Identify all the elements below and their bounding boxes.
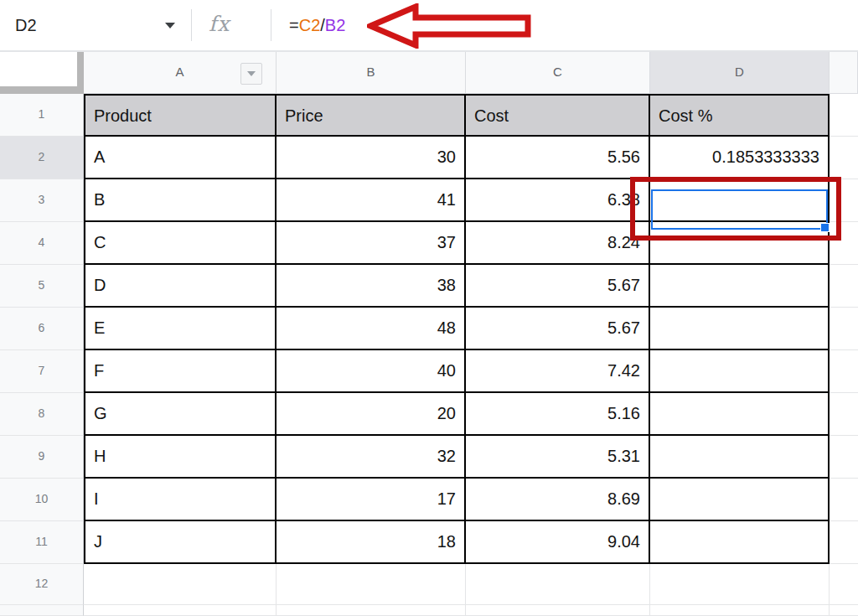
cell-C10[interactable]: 8.69: [466, 479, 650, 521]
column-header-B[interactable]: B: [277, 52, 466, 94]
cell-D2[interactable]: 0.1853333333: [650, 137, 830, 179]
sheet-grid: 129.0418J118.6917I105.3132H95.1620G87.42…: [0, 52, 858, 616]
cell-B11[interactable]: 18: [277, 521, 466, 564]
cell-A10[interactable]: I: [84, 479, 277, 521]
cell-E11[interactable]: [830, 521, 858, 564]
cell-E8[interactable]: [830, 393, 858, 436]
select-all-corner[interactable]: [0, 52, 84, 94]
column-a-filter-button[interactable]: [240, 63, 262, 85]
name-box-value: D2: [15, 0, 37, 50]
cell-E4[interactable]: [830, 222, 858, 265]
cell-E3[interactable]: [830, 179, 858, 222]
row-header-11[interactable]: 11: [0, 521, 84, 564]
formula-token: =: [289, 16, 299, 34]
cell-D9[interactable]: [650, 436, 830, 479]
cell-E7[interactable]: [830, 350, 858, 393]
row-header-partial[interactable]: [0, 605, 84, 616]
cell-B8[interactable]: 20: [277, 393, 466, 436]
cell-D12[interactable]: [650, 564, 830, 605]
cell-C3[interactable]: 6.38: [466, 179, 650, 222]
cell-B2[interactable]: 30: [277, 137, 466, 179]
cell-partial[interactable]: [466, 605, 650, 616]
cell-B3[interactable]: 41: [277, 179, 466, 222]
formula-token: C2: [299, 16, 321, 34]
red-arrow-annotation: [367, 3, 536, 49]
cell-D11[interactable]: [650, 521, 830, 564]
formula-input[interactable]: =C2/B2: [289, 0, 345, 50]
cell-A4[interactable]: C: [84, 222, 277, 265]
cell-E9[interactable]: [830, 436, 858, 479]
cell-A9[interactable]: H: [84, 436, 277, 479]
cell-A8[interactable]: G: [84, 393, 277, 436]
cell-D1[interactable]: Cost %: [650, 94, 830, 137]
formula-token: B2: [325, 16, 345, 34]
cell-E1[interactable]: [830, 94, 858, 137]
cell-B4[interactable]: 37: [277, 222, 466, 265]
cell-C12[interactable]: [466, 564, 650, 605]
row-header-7[interactable]: 7: [0, 350, 84, 393]
cell-D3[interactable]: [650, 179, 830, 222]
divider: [191, 9, 192, 41]
divider: [271, 9, 271, 41]
cell-A1[interactable]: Product: [84, 94, 277, 137]
row-header-1[interactable]: 1: [0, 94, 84, 137]
cell-B7[interactable]: 40: [277, 350, 466, 393]
fill-handle[interactable]: [820, 223, 830, 232]
cell-C7[interactable]: 7.42: [466, 350, 650, 393]
cell-B6[interactable]: 48: [277, 308, 466, 350]
cell-A11[interactable]: J: [84, 521, 277, 564]
row-header-10[interactable]: 10: [0, 479, 84, 521]
cell-C8[interactable]: 5.16: [466, 393, 650, 436]
cell-D8[interactable]: [650, 393, 830, 436]
spreadsheet-app: D2 fx =C2/B2 129.0418J118.6917I105.3132H…: [0, 0, 858, 616]
cell-A7[interactable]: F: [84, 350, 277, 393]
cell-B10[interactable]: 17: [277, 479, 466, 521]
cell-B1[interactable]: Price: [277, 94, 466, 137]
cell-B12[interactable]: [277, 564, 466, 605]
cell-D10[interactable]: [650, 479, 830, 521]
cell-A3[interactable]: B: [84, 179, 277, 222]
cell-partial[interactable]: [830, 605, 858, 616]
cell-partial[interactable]: [84, 605, 277, 616]
name-box-dropdown-icon[interactable]: [165, 23, 175, 28]
cell-A2[interactable]: A: [84, 137, 277, 179]
row-header-4[interactable]: 4: [0, 222, 84, 265]
column-header-D[interactable]: D: [650, 52, 830, 94]
cell-B9[interactable]: 32: [277, 436, 466, 479]
cell-partial[interactable]: [277, 605, 466, 616]
cell-E10[interactable]: [830, 479, 858, 521]
row-header-6[interactable]: 6: [0, 308, 84, 350]
row-header-5[interactable]: 5: [0, 265, 84, 308]
cell-C5[interactable]: 5.67: [466, 265, 650, 308]
row-header-9[interactable]: 9: [0, 436, 84, 479]
cell-E6[interactable]: [830, 308, 858, 350]
cell-C9[interactable]: 5.31: [466, 436, 650, 479]
column-header-C[interactable]: C: [466, 52, 650, 94]
cell-B5[interactable]: 38: [277, 265, 466, 308]
fx-icon: fx: [209, 0, 230, 49]
column-header-partial[interactable]: [830, 52, 858, 94]
row-header-8[interactable]: 8: [0, 393, 84, 436]
cell-C4[interactable]: 8.24: [466, 222, 650, 265]
row-header-2[interactable]: 2: [0, 137, 84, 179]
cell-C2[interactable]: 5.56: [466, 137, 650, 179]
cell-D6[interactable]: [650, 308, 830, 350]
cell-partial[interactable]: [650, 605, 830, 616]
cell-E5[interactable]: [830, 265, 858, 308]
chevron-down-icon: [247, 71, 256, 76]
name-box[interactable]: D2: [0, 0, 180, 50]
cell-A12[interactable]: [84, 564, 277, 605]
cell-C6[interactable]: 5.67: [466, 308, 650, 350]
cell-D7[interactable]: [650, 350, 830, 393]
cell-C11[interactable]: 9.04: [466, 521, 650, 564]
cell-D4[interactable]: [650, 222, 830, 265]
cell-E12[interactable]: [830, 564, 858, 605]
row-header-3[interactable]: 3: [0, 179, 84, 222]
formula-bar: D2 fx =C2/B2: [0, 0, 858, 52]
cell-D5[interactable]: [650, 265, 830, 308]
row-header-12[interactable]: 12: [0, 564, 84, 605]
cell-E2[interactable]: [830, 137, 858, 179]
cell-A6[interactable]: E: [84, 308, 277, 350]
cell-A5[interactable]: D: [84, 265, 277, 308]
cell-C1[interactable]: Cost: [466, 94, 650, 137]
